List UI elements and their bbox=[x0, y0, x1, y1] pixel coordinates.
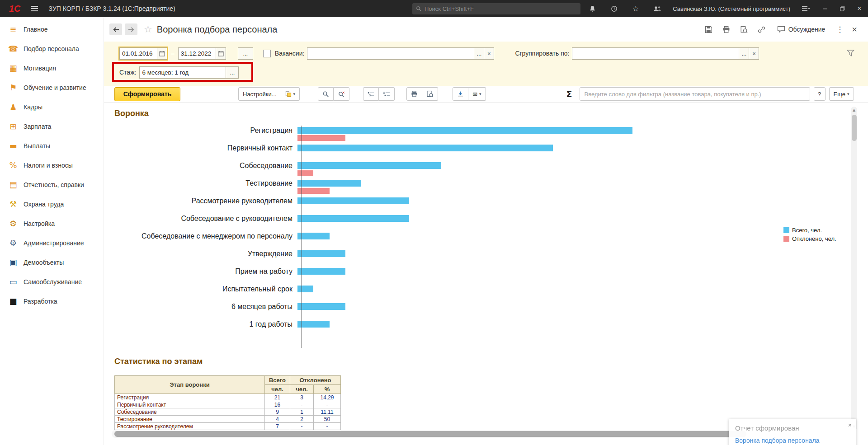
horizontal-scrollbar-thumb[interactable] bbox=[114, 431, 746, 437]
vacancies-input[interactable] bbox=[307, 48, 474, 59]
sidebar-item-taxes[interactable]: %Налоги и взносы bbox=[0, 155, 104, 175]
main-menu-icon[interactable] bbox=[31, 6, 38, 11]
find-button[interactable] bbox=[318, 87, 334, 101]
period-more-button[interactable]: ... bbox=[238, 47, 253, 60]
favorites-icon[interactable]: ☆ bbox=[631, 4, 641, 13]
discussion-button[interactable]: Обсуждение bbox=[777, 26, 826, 33]
filter-funnel-icon[interactable] bbox=[847, 50, 854, 56]
bar-total[interactable] bbox=[297, 127, 632, 134]
settings-button[interactable]: Настройки... bbox=[238, 87, 281, 101]
collapse-levels-button[interactable] bbox=[363, 87, 379, 101]
sidebar-item-payments[interactable]: ▬Выплаты bbox=[0, 136, 104, 155]
print-button[interactable] bbox=[406, 87, 422, 101]
vacancies-clear-button[interactable]: × bbox=[484, 48, 494, 59]
close-window-button[interactable]: × bbox=[851, 0, 868, 17]
favorite-star-icon[interactable]: ☆ bbox=[144, 24, 152, 35]
toast-report-link[interactable]: Воронка подбора персонала bbox=[735, 437, 850, 444]
service-menu-icon[interactable] bbox=[801, 6, 811, 12]
bar-total[interactable] bbox=[297, 180, 361, 187]
current-user-name[interactable]: Савинская З.Ю. (Системный программист) bbox=[673, 5, 790, 12]
chart-category-label: Испытательный срок bbox=[114, 285, 297, 303]
sidebar-item-education[interactable]: ⚑Обучение и развитие bbox=[0, 78, 104, 97]
cell-total: 16 bbox=[265, 401, 290, 408]
vacancies-more-button[interactable]: ... bbox=[474, 48, 484, 59]
global-search-input[interactable] bbox=[425, 5, 577, 12]
sidebar-item-wrench[interactable]: ⚙Настройка bbox=[0, 214, 104, 233]
report-variants-button[interactable] bbox=[281, 87, 300, 101]
close-report-button[interactable]: × bbox=[852, 24, 857, 35]
generate-button[interactable]: Сформировать bbox=[114, 87, 180, 101]
print-preview-button[interactable] bbox=[422, 87, 438, 101]
restore-button[interactable] bbox=[834, 0, 851, 17]
send-email-button[interactable]: ✉ bbox=[468, 87, 486, 101]
save-result-button[interactable] bbox=[453, 87, 468, 101]
bar-rejected[interactable] bbox=[297, 135, 345, 141]
table-header-rejected: Отклонено bbox=[290, 376, 341, 385]
date-from-calendar-icon[interactable] bbox=[157, 48, 167, 59]
bar-total[interactable] bbox=[297, 303, 345, 310]
bar-total[interactable] bbox=[297, 286, 313, 292]
sidebar-item-development[interactable]: ■Разработка bbox=[0, 291, 104, 311]
sidebar-items: ≡Главное☎Подбор персонала▦Мотивация⚑Обуч… bbox=[0, 19, 104, 311]
bar-total[interactable] bbox=[297, 250, 345, 257]
sidebar-item-motivation[interactable]: ▦Мотивация bbox=[0, 58, 104, 78]
topbar-right: ☆ Савинская З.Ю. (Системный программист)… bbox=[581, 0, 868, 17]
toast-close-icon[interactable]: × bbox=[848, 422, 852, 429]
sidebar-item-label: Охрана труда bbox=[24, 201, 64, 208]
bar-total[interactable] bbox=[297, 197, 409, 204]
bar-total[interactable] bbox=[297, 233, 330, 239]
chart-row: Утверждение bbox=[114, 250, 858, 267]
quick-filter-input[interactable] bbox=[580, 87, 810, 101]
help-button[interactable]: ? bbox=[814, 87, 826, 101]
sidebar-item-demo-objects[interactable]: ▣Демообъекты bbox=[0, 253, 104, 272]
print-icon[interactable] bbox=[722, 26, 730, 33]
more-button[interactable]: Еще bbox=[829, 87, 854, 101]
bar-total[interactable] bbox=[297, 268, 345, 275]
forward-button[interactable] bbox=[125, 23, 137, 35]
preview-icon[interactable] bbox=[740, 26, 748, 33]
bar-total[interactable] bbox=[297, 321, 330, 328]
sidebar-item-labor-safety[interactable]: ⚒Охрана труда bbox=[0, 194, 104, 214]
vacancies-checkbox[interactable] bbox=[263, 50, 271, 57]
history-icon[interactable] bbox=[609, 5, 619, 12]
chart-bars bbox=[297, 303, 858, 320]
sidebar-item-self-service[interactable]: ▭Самообслуживание bbox=[0, 272, 104, 291]
sidebar-item-reports[interactable]: ▤Отчетность, справки bbox=[0, 175, 104, 194]
date-from-input[interactable] bbox=[120, 48, 157, 59]
cancel-search-button[interactable] bbox=[334, 87, 349, 101]
bar-total[interactable] bbox=[297, 162, 441, 169]
sidebar-item-people[interactable]: ♟Кадры bbox=[0, 97, 104, 117]
group-by-clear-button[interactable]: × bbox=[749, 48, 759, 59]
chart-category-label: Первичный контакт bbox=[114, 144, 297, 162]
sidebar-item-salary[interactable]: ⊞Зарплата bbox=[0, 117, 104, 136]
save-icon[interactable] bbox=[705, 26, 712, 33]
scroll-up-icon[interactable]: ▲ bbox=[851, 108, 857, 112]
vertical-scrollbar-thumb[interactable] bbox=[852, 115, 857, 141]
minimize-button[interactable]: – bbox=[816, 0, 834, 17]
experience-more-button[interactable]: ... bbox=[226, 67, 238, 78]
link-icon[interactable] bbox=[758, 26, 765, 33]
bar-total[interactable] bbox=[297, 215, 409, 222]
bar-rejected[interactable] bbox=[297, 170, 313, 176]
date-to-input[interactable] bbox=[179, 48, 216, 59]
table-header-total-unit: чел. bbox=[265, 385, 290, 394]
back-button[interactable] bbox=[109, 23, 122, 35]
group-by-more-button[interactable]: ... bbox=[739, 48, 749, 59]
page-title: Воронка подбора персонала bbox=[157, 24, 278, 35]
cell-stage: Регистрация bbox=[115, 394, 265, 401]
users-icon[interactable] bbox=[652, 5, 662, 12]
expand-levels-button[interactable] bbox=[379, 87, 395, 101]
bar-rejected[interactable] bbox=[297, 188, 330, 194]
sidebar-item-label: Настройка bbox=[24, 220, 55, 227]
vertical-scrollbar[interactable]: ▲ ▼ bbox=[851, 107, 857, 430]
bar-total[interactable] bbox=[297, 145, 553, 151]
experience-input[interactable] bbox=[140, 67, 226, 78]
notifications-bell-icon[interactable] bbox=[587, 5, 597, 12]
sidebar-item-home-menu[interactable]: ≡Главное bbox=[0, 19, 104, 39]
sidebar-item-recruitment[interactable]: ☎Подбор персонала bbox=[0, 39, 104, 58]
group-by-input[interactable] bbox=[572, 48, 739, 59]
report-header-actions: Обсуждение ⋮ × bbox=[695, 24, 857, 35]
more-menu-icon[interactable]: ⋮ bbox=[836, 25, 844, 34]
sidebar-item-gear[interactable]: ⚙Администрирование bbox=[0, 233, 104, 253]
date-to-calendar-icon[interactable] bbox=[216, 48, 226, 59]
